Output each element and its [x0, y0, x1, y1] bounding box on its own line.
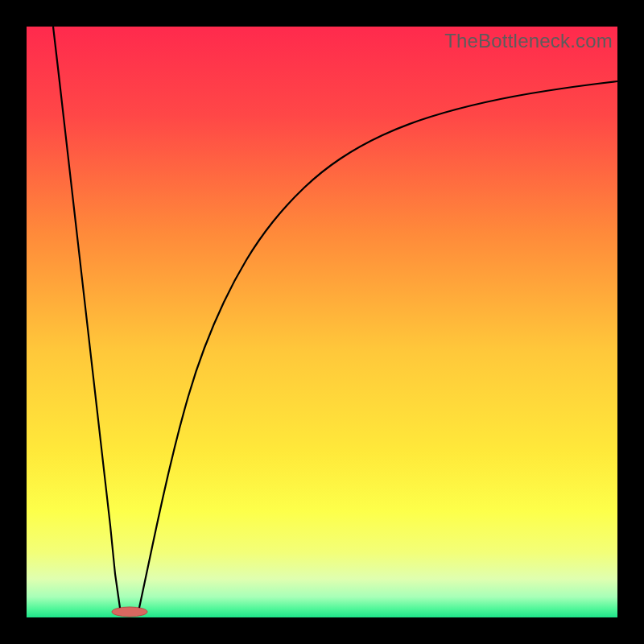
chart-frame: TheBottleneck.com [0, 0, 644, 644]
gradient-background [27, 27, 617, 617]
plot-area: TheBottleneck.com [27, 27, 617, 617]
bottleneck-chart [27, 27, 617, 617]
optimal-point-marker [112, 607, 147, 617]
watermark-text: TheBottleneck.com [444, 30, 613, 52]
